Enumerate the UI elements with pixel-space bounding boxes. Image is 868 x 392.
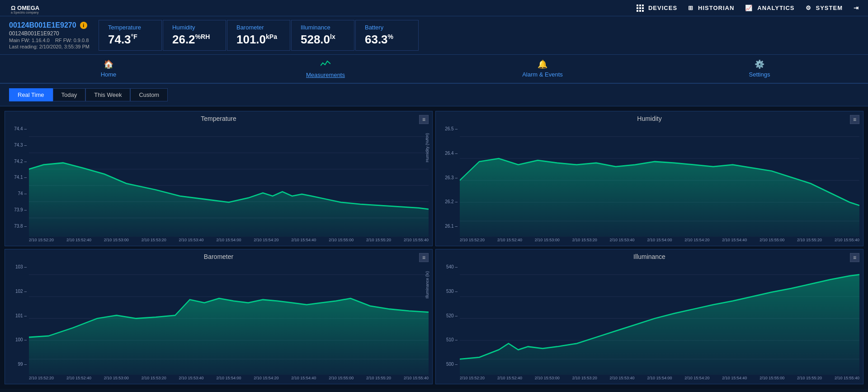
sensor-humidity-label: Humidity (172, 24, 217, 31)
chart-barometer-menu[interactable]: ≡ (419, 253, 429, 262)
sensor-battery: Battery 63.3% (355, 20, 419, 51)
chart-humidity-menu[interactable]: ≡ (850, 115, 859, 124)
barchart-icon: 📈 (745, 5, 753, 11)
chart-illuminance-title: Illuminance (439, 253, 859, 260)
device-id[interactable]: 00124B001E1E9270 (9, 21, 76, 29)
chart-illuminance-menu[interactable]: ≡ (850, 253, 859, 262)
nav-historian[interactable]: ⊞ HISTORIAN (688, 5, 734, 11)
sensor-temperature-label: Temperature (108, 24, 152, 31)
nav-alarm-events[interactable]: 🔔 Alarm & Events (434, 55, 651, 83)
chart-temperature-yaxis: Temperature (f°) 74.4 – 74.3 – 74.2 – 74… (9, 124, 29, 237)
sensor-humidity: Humidity 26.2%RH (163, 20, 226, 51)
sensor-barometer-value: 101.0kPa (236, 33, 281, 47)
chart-illuminance-yaxis: Illuminance (lx) 540 – 530 – 520 – 510 –… (439, 262, 460, 375)
chart-illuminance-content (460, 262, 859, 375)
chart-humidity-area: Humidity (%RH) 26.5 – 26.4 – 26.3 – 26.2… (439, 124, 859, 237)
barometer-svg (29, 262, 429, 375)
nav-settings-label: Settings (749, 71, 770, 78)
charts-grid: Temperature ≡ Temperature (f°) 74.4 – 74… (0, 106, 868, 389)
omega-logo: Ω OMEGA a Spectris company (9, 2, 45, 14)
chart-humidity: Humidity ≡ Humidity (%RH) 26.5 – 26.4 – … (435, 111, 863, 246)
tab-realtime[interactable]: Real Time (9, 88, 53, 101)
chart-temperature-area: Temperature (f°) 74.4 – 74.3 – 74.2 – 74… (9, 124, 429, 237)
temperature-svg (29, 124, 429, 237)
chart-illuminance-area: Illuminance (lx) 540 – 530 – 520 – 510 –… (439, 262, 859, 375)
nav-measurements-label: Measurements (306, 72, 345, 78)
chart-barometer-area: Barometer (kPa) 103 – 102 – 101 – 100 – … (9, 262, 429, 375)
top-nav: DEVICES ⊞ HISTORIAN 📈 ANALYTICS ⚙ SYSTEM… (637, 5, 859, 12)
sensor-humidity-value: 26.2%RH (172, 33, 217, 47)
sensor-barometer: Barometer 101.0kPa (227, 20, 290, 51)
chart-illuminance-ylabel: Illuminance (lx) (425, 271, 429, 299)
gear-icon: ⚙ (806, 5, 811, 11)
illuminance-svg (460, 262, 859, 375)
tab-buttons: Real Time Today This Week Custom (9, 88, 859, 101)
main-nav: 🏠 Home Measurements 🔔 Alarm & Events ⚙️ … (0, 55, 868, 84)
device-id-sub: 00124B001E1E9270 (9, 30, 90, 37)
grid-icon (637, 5, 644, 12)
chart-illuminance-xaxis: 2/10 15:52:20 2/10 15:52:40 2/10 15:53:0… (439, 376, 859, 380)
sensor-illuminance: Illuminance 528.0lx (291, 20, 354, 51)
svg-text:Ω OMEGA: Ω OMEGA (11, 5, 40, 11)
chart-temperature-xaxis: 2/10 15:52:20 2/10 15:52:40 2/10 15:53:0… (9, 238, 429, 242)
sensor-battery-value: 63.3% (365, 33, 409, 47)
chart-humidity-xaxis: 2/10 15:52:20 2/10 15:52:40 2/10 15:53:0… (439, 238, 859, 242)
device-main-fw: Main FW: 1.16.4.0 RF FW: 0.9.0.8 (9, 38, 90, 43)
sensor-temperature-value: 74.3°F (108, 33, 152, 47)
sensor-battery-label: Battery (365, 24, 409, 31)
tab-custom[interactable]: Custom (130, 88, 168, 101)
nav-home-label: Home (101, 71, 117, 78)
chart-temperature-menu[interactable]: ≡ (419, 115, 429, 124)
alarm-icon: 🔔 (538, 59, 547, 69)
chart-temperature-title: Temperature (9, 115, 429, 122)
chart-barometer-yaxis: Barometer (kPa) 103 – 102 – 101 – 100 – … (9, 262, 29, 375)
sensor-illuminance-value: 528.0lx (301, 33, 345, 47)
svg-text:a Spectris company: a Spectris company (11, 11, 39, 14)
tab-section: Real Time Today This Week Custom (0, 84, 868, 106)
sensor-cards: Temperature 74.3°F Humidity 26.2%RH Baro… (99, 20, 859, 51)
tab-today[interactable]: Today (53, 88, 86, 101)
chart-barometer-content (29, 262, 429, 375)
info-icon[interactable]: i (80, 22, 87, 29)
device-section: 00124B001E1E9270 i 00124B001E1E9270 Main… (0, 16, 868, 55)
nav-home[interactable]: 🏠 Home (0, 55, 217, 83)
nav-logout[interactable]: ⇥ (854, 5, 859, 11)
chart-illuminance: Illuminance ≡ Illuminance (lx) 540 – 530… (435, 249, 863, 384)
table-icon: ⊞ (688, 5, 693, 11)
nav-settings[interactable]: ⚙️ Settings (651, 55, 868, 83)
chart-humidity-title: Humidity (439, 115, 859, 122)
logo-area: Ω OMEGA a Spectris company (9, 2, 45, 14)
top-bar: Ω OMEGA a Spectris company DEVICES ⊞ HIS… (0, 0, 868, 16)
sensor-barometer-label: Barometer (236, 24, 281, 31)
chart-barometer-title: Barometer (9, 253, 429, 260)
nav-analytics[interactable]: 📈 ANALYTICS (745, 5, 794, 11)
nav-devices[interactable]: DEVICES (637, 5, 677, 12)
nav-measurements[interactable]: Measurements (217, 55, 434, 83)
device-info: 00124B001E1E9270 i 00124B001E1E9270 Main… (9, 21, 90, 49)
humidity-svg (460, 124, 859, 237)
sensor-temperature: Temperature 74.3°F (99, 20, 162, 51)
home-icon: 🏠 (104, 59, 113, 69)
exit-icon: ⇥ (854, 5, 859, 11)
chart-temperature: Temperature ≡ Temperature (f°) 74.4 – 74… (5, 111, 433, 246)
chart-barometer-xaxis: 2/10 15:52:20 2/10 15:52:40 2/10 15:53:0… (9, 376, 429, 380)
nav-system[interactable]: ⚙ SYSTEM (806, 5, 843, 11)
chart-humidity-yaxis: Humidity (%RH) 26.5 – 26.4 – 26.3 – 26.2… (439, 124, 460, 237)
tab-this-week[interactable]: This Week (85, 88, 130, 101)
measurements-icon (321, 59, 330, 70)
settings-icon: ⚙️ (755, 59, 764, 69)
chart-humidity-ylabel: Humidity (%RH) (425, 133, 429, 163)
chart-temperature-content (29, 124, 429, 237)
chart-barometer: Barometer ≡ Barometer (kPa) 103 – 102 – … (5, 249, 433, 384)
chart-humidity-content (460, 124, 859, 237)
nav-alarm-label: Alarm & Events (522, 71, 563, 78)
device-last-reading: Last reading: 2/10/2020, 3:55:39 PM (9, 44, 90, 49)
sensor-illuminance-label: Illuminance (301, 24, 345, 31)
